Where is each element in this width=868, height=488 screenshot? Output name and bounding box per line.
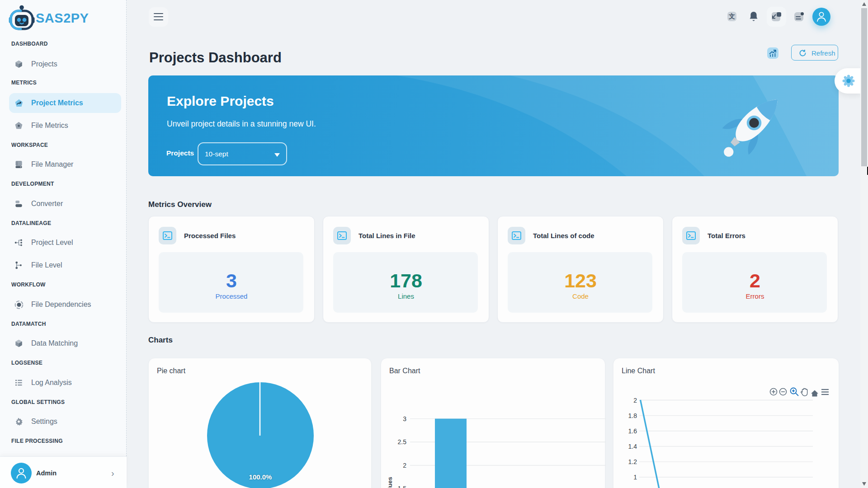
- svg-text:1.6: 1.6: [628, 427, 637, 435]
- svg-text:1.5: 1.5: [398, 485, 407, 488]
- svg-text:1.8: 1.8: [628, 412, 637, 419]
- svg-text:1: 1: [633, 474, 637, 481]
- svg-text:3: 3: [449, 486, 453, 488]
- svg-text:2: 2: [633, 397, 637, 404]
- svg-text:3: 3: [403, 415, 406, 422]
- svg-text:2: 2: [403, 462, 406, 469]
- svg-text:1.2: 1.2: [628, 458, 637, 465]
- svg-text:1.4: 1.4: [628, 443, 637, 450]
- svg-text:2.5: 2.5: [398, 438, 407, 446]
- svg-text:Values: Values: [387, 477, 393, 488]
